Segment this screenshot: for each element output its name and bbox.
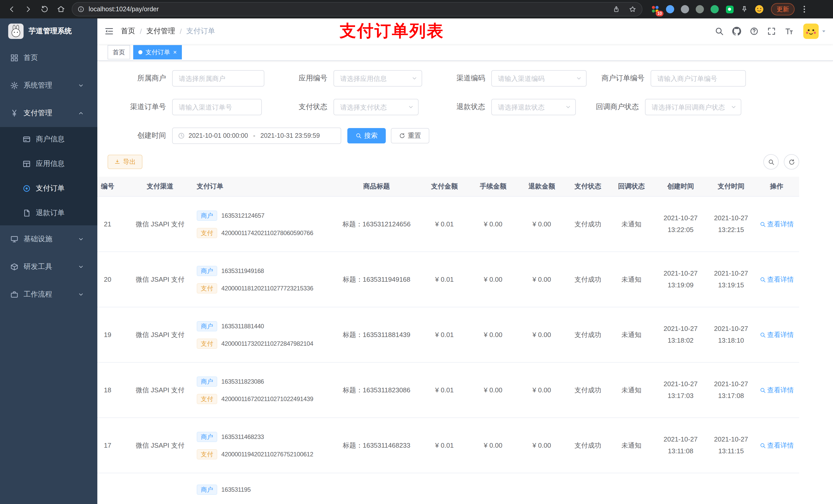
merchant-order-no: 163531195: [221, 486, 251, 493]
page-annotation: 支付订单列表: [340, 21, 444, 41]
browser-menu-icon[interactable]: [800, 5, 809, 14]
export-button[interactable]: 导出: [108, 155, 142, 169]
extension-grey-icon[interactable]: [680, 5, 690, 14]
tab-pay-order[interactable]: 支付订单: [133, 45, 182, 59]
toggle-search-button[interactable]: [763, 154, 779, 170]
merchant-input[interactable]: [172, 70, 264, 87]
help-icon[interactable]: [746, 19, 762, 44]
sidebar-item-system[interactable]: 系统管理: [0, 72, 97, 99]
extension-apps-icon[interactable]: 10: [651, 5, 660, 14]
cell-notify-status: 未通知: [610, 307, 653, 362]
cell-notify-status: 未通知: [610, 196, 653, 252]
extension-drop-icon[interactable]: [665, 5, 675, 14]
column-header: 支付金额: [420, 177, 469, 196]
merchant-order-no-input[interactable]: [651, 70, 746, 87]
extension-wechat-icon[interactable]: [725, 5, 734, 14]
cell-create-time: 2021-10-27 13:19:09: [653, 252, 708, 307]
refresh-table-button[interactable]: [784, 154, 799, 170]
browser-reload-button[interactable]: [37, 2, 52, 17]
chevron-down-icon[interactable]: [821, 28, 827, 34]
sidebar-item-infra[interactable]: 基础设施: [0, 225, 97, 253]
breadcrumb-home[interactable]: 首页: [121, 27, 135, 36]
channel-transaction-no: 4200001194202110276752100612: [221, 451, 313, 458]
column-header: 退款金额: [518, 177, 566, 196]
sidebar: 芋道管理系统 首页 系统管理 支付管理 商户信息: [0, 19, 97, 504]
bookmark-star-icon[interactable]: [626, 4, 639, 15]
search-button[interactable]: 搜索: [347, 128, 386, 143]
sidebar-item-app-info[interactable]: 应用信息: [0, 152, 97, 176]
view-detail-link[interactable]: 查看详情: [760, 330, 794, 339]
notify-status-filter: [645, 99, 741, 115]
create-time-range-picker[interactable]: 2021-10-01 00:00:00 - 2021-10-31 23:59:5…: [172, 127, 341, 144]
app-logo[interactable]: 芋道管理系统: [0, 19, 97, 44]
table-body-partial: 商户 163531195: [97, 473, 799, 504]
app-title: 芋道管理系统: [29, 27, 72, 36]
extension-grey2-icon[interactable]: [695, 5, 705, 14]
url-text[interactable]: localhost:1024/pay/order: [89, 6, 606, 13]
search-icon[interactable]: [711, 19, 728, 44]
chevron-up-icon: [78, 110, 84, 116]
app-select[interactable]: [334, 70, 422, 87]
sidebar-item-devtools[interactable]: 研发工具: [0, 253, 97, 281]
cell-order: 商户 1635311881440 支付 42000011732021102728…: [190, 307, 333, 362]
share-icon[interactable]: [610, 4, 622, 15]
cell-title: 标题：1635311881439: [333, 307, 420, 362]
profile-avatar-icon[interactable]: [755, 5, 764, 14]
sidebar-item-label: 基础设施: [24, 235, 52, 244]
view-detail-link[interactable]: 查看详情: [760, 275, 794, 284]
filter-label: 应用编号: [264, 74, 334, 83]
refund-status-select[interactable]: [491, 99, 576, 115]
pay-tag: 支付: [197, 338, 217, 349]
navbar-actions: [711, 19, 833, 44]
sidebar-item-home[interactable]: 首页: [0, 44, 97, 72]
tab-home[interactable]: 首页: [108, 45, 130, 59]
browser-forward-button[interactable]: [21, 2, 36, 17]
site-info-icon[interactable]: [77, 6, 85, 13]
merchant-tag: 商户: [197, 266, 217, 276]
view-detail-link[interactable]: 查看详情: [760, 385, 794, 394]
sidebar-item-refund-order[interactable]: 退款订单: [0, 201, 97, 225]
channel-code-select[interactable]: [491, 70, 587, 87]
notify-status-select[interactable]: [645, 99, 741, 115]
channel-order-no-input[interactable]: [172, 99, 262, 115]
channel-transaction-no: 4200001167202110271022491439: [221, 395, 313, 402]
merchant-order-no: 1635311468233: [221, 433, 264, 440]
sidebar-item-pay-order[interactable]: 支付订单: [0, 176, 97, 201]
cell-create-time: 2021-10-27 13:22:05: [653, 196, 708, 252]
column-header: 创建时间: [653, 177, 708, 196]
sidebar-item-label: 支付管理: [24, 109, 52, 118]
browser-update-button[interactable]: 更新: [771, 3, 794, 15]
breadcrumb-payment[interactable]: 支付管理: [146, 27, 175, 36]
user-avatar[interactable]: [803, 24, 819, 39]
pay-status-select[interactable]: [334, 99, 419, 115]
reset-button[interactable]: 重置: [391, 128, 429, 143]
search-icon: [760, 442, 766, 449]
column-header: 支付时间: [708, 177, 754, 196]
close-icon[interactable]: [173, 49, 177, 55]
cell-refund-amount: ¥ 0.00: [518, 418, 566, 473]
cell-channel: 微信 JSAPI 支付: [130, 196, 190, 252]
extension-green-icon[interactable]: [710, 5, 719, 14]
browser-chrome: localhost:1024/pay/order 10 更新: [0, 0, 833, 19]
merchant-filter: [172, 70, 264, 87]
column-header: 商品标题: [333, 177, 420, 196]
github-icon[interactable]: [729, 19, 745, 44]
cell-pay-amount: ¥ 0.01: [420, 307, 469, 362]
sidebar-item-payment[interactable]: 支付管理: [0, 99, 97, 127]
pay-tag: 支付: [197, 449, 217, 459]
font-size-icon[interactable]: [781, 19, 797, 44]
cell-channel: 微信 JSAPI 支付: [130, 362, 190, 418]
extension-pin-icon[interactable]: [740, 5, 749, 14]
browser-home-button[interactable]: [53, 2, 69, 17]
sidebar-item-merchant-info[interactable]: 商户信息: [0, 127, 97, 152]
sidebar-item-label: 退款订单: [36, 209, 65, 218]
view-detail-link[interactable]: 查看详情: [760, 219, 794, 229]
sidebar-item-workflow[interactable]: 工作流程: [0, 281, 97, 308]
filter-label: 回调商户状态: [576, 102, 645, 112]
fullscreen-icon[interactable]: [763, 19, 780, 44]
address-bar[interactable]: localhost:1024/pay/order: [72, 2, 642, 16]
browser-back-button[interactable]: [4, 2, 20, 17]
sidebar-item-label: 应用信息: [36, 159, 65, 169]
sidebar-toggle-icon[interactable]: [97, 19, 121, 44]
view-detail-link[interactable]: 查看详情: [760, 441, 794, 450]
